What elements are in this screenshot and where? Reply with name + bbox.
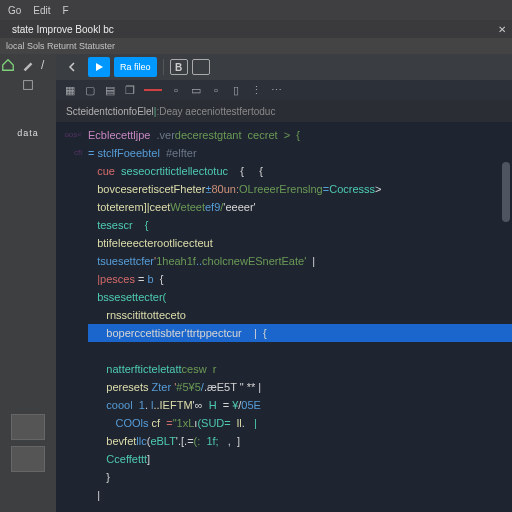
code-content: bovceseretiscetFheter±80un:OLreeerErensl… <box>88 180 512 198</box>
gutter <box>62 468 88 486</box>
sidebar-thumb-1[interactable] <box>11 414 45 440</box>
code-line[interactable]: oos<Ecblecettljpe .verdecerestgtant cecr… <box>56 126 512 144</box>
location-path: local Sols Returnt Statuster <box>6 41 115 51</box>
code-content: cue seseocrtitictlellectotuc { { <box>88 162 512 180</box>
tab-close-icon[interactable]: ✕ <box>498 24 506 35</box>
svg-rect-0 <box>24 81 33 90</box>
scrollbar-thumb[interactable] <box>502 162 510 222</box>
copy-icon[interactable]: ❐ <box>124 84 136 96</box>
gutter <box>62 324 88 342</box>
code-line[interactable]: btifeleeecterootlicecteut <box>56 234 512 252</box>
menubar: Go Edit F <box>0 0 512 20</box>
sidebar-thumb-2[interactable] <box>11 446 45 472</box>
more-3-icon[interactable]: ▫ <box>210 84 222 96</box>
code-content: peresets Zter '#5¥5/.æE5T " ** | <box>88 378 512 396</box>
code-editor[interactable]: oos<Ecblecettljpe .verdecerestgtant cecr… <box>56 122 512 512</box>
code-content: COOls cf ="1xLı(SUD= ll. | <box>88 414 512 432</box>
code-content: | <box>88 486 512 504</box>
code-content: bssesettecter( <box>88 288 512 306</box>
code-content: rnsscitittotteceto <box>88 306 512 324</box>
bold-button[interactable]: B <box>170 59 188 75</box>
code-line[interactable]: toteterem]|ceetWeteetef9/'eeeer' <box>56 198 512 216</box>
gutter <box>62 342 88 360</box>
code-line[interactable]: cfl= stclfFoeebtel #elfter <box>56 144 512 162</box>
run-button[interactable]: Ra fileo <box>114 57 157 77</box>
toolbar-separator <box>163 59 164 75</box>
sidebar-label: data <box>17 128 39 138</box>
overflow-icon[interactable]: ⋯ <box>270 84 282 96</box>
code-content: boperccettisbter'ttrtppectcur | { <box>88 324 512 342</box>
code-line[interactable]: |pesces = b { <box>56 270 512 288</box>
editor-column: Ra fileo B ▦ ▢ ▤ ❐ ▫ ▭ ▫ ▯ ⋮ ⋯ Sc <box>56 54 512 512</box>
gutter <box>62 306 88 324</box>
code-line[interactable]: cue seseocrtitictlellectotuc { { <box>56 162 512 180</box>
code-line[interactable]: tesescr { <box>56 216 512 234</box>
gutter <box>62 396 88 414</box>
code-content: Ecblecettljpe .verdecerestgtant cecret >… <box>88 126 512 144</box>
code-line[interactable]: rnsscitittotteceto <box>56 306 512 324</box>
gutter <box>62 252 88 270</box>
play-button[interactable] <box>88 57 110 77</box>
app-root: Go Edit F state Improve Bookl bc ✕ local… <box>0 0 512 512</box>
dots-icon[interactable]: ⋮ <box>250 84 262 96</box>
more-4-icon[interactable]: ▯ <box>230 84 242 96</box>
gutter <box>62 486 88 504</box>
slash-icon[interactable]: / <box>41 58 55 72</box>
code-line[interactable]: COOls cf ="1xLı(SUD= ll. | <box>56 414 512 432</box>
toolbar: Ra fileo B <box>56 54 512 80</box>
gutter: cfl <box>62 144 88 162</box>
code-line[interactable]: Cceffettt] <box>56 450 512 468</box>
toggle-icon[interactable] <box>21 78 35 92</box>
gutter <box>62 288 88 306</box>
more-1-icon[interactable]: ▫ <box>170 84 182 96</box>
code-content: toteterem]|ceetWeteetef9/'eeeer' <box>88 198 512 216</box>
code-line[interactable]: coool 1. l..IEFTM'∞ H = ¥/05E <box>56 396 512 414</box>
menu-f[interactable]: F <box>63 5 69 16</box>
code-content: btifeleeecterootlicecteut <box>88 234 512 252</box>
code-content: tesescr { <box>88 216 512 234</box>
red-indicator <box>144 89 162 91</box>
code-line[interactable]: bovceseretiscetFheter±80un:OLreeerErensl… <box>56 180 512 198</box>
code-content: Cceffettt] <box>88 450 512 468</box>
breadcrumb[interactable]: ScteidentctionfoElel |: Deay aeceniottes… <box>56 100 512 122</box>
sidebar: / data <box>0 54 56 512</box>
tool-box-icon[interactable] <box>192 59 210 75</box>
gutter <box>62 270 88 288</box>
code-line[interactable]: bevfetllc(eBLT'.[.=(: 1f; , ] <box>56 432 512 450</box>
code-content: natterfticteletattcesw r <box>88 360 512 378</box>
code-line[interactable]: boperccettisbter'ttrtppectcur | { <box>56 324 512 342</box>
gutter <box>62 216 88 234</box>
code-content: bevfetllc(eBLT'.[.=(: 1f; , ] <box>88 432 512 450</box>
grid-icon[interactable]: ▦ <box>64 84 76 96</box>
home-icon[interactable] <box>1 58 15 72</box>
code-line[interactable]: peresets Zter '#5¥5/.æE5T " ** | <box>56 378 512 396</box>
gutter <box>62 432 88 450</box>
main-split: / data Ra fileo <box>0 54 512 512</box>
tab-active[interactable]: state Improve Bookl bc <box>6 24 120 35</box>
code-line[interactable] <box>56 342 512 360</box>
gutter <box>62 180 88 198</box>
menu-go[interactable]: Go <box>8 5 21 16</box>
code-line[interactable]: | <box>56 486 512 504</box>
code-line[interactable]: } <box>56 468 512 486</box>
code-line[interactable]: natterfticteletattcesw r <box>56 360 512 378</box>
gutter <box>62 198 88 216</box>
location-bar: local Sols Returnt Statuster <box>0 38 512 54</box>
code-content: tsuesettcfer'1heah1f..cholcnewESnertEate… <box>88 252 512 270</box>
gutter <box>62 450 88 468</box>
more-2-icon[interactable]: ▭ <box>190 84 202 96</box>
back-button[interactable] <box>62 57 84 77</box>
square-icon[interactable]: ▢ <box>84 84 96 96</box>
code-line[interactable]: bssesettecter( <box>56 288 512 306</box>
scrollbar-vertical[interactable] <box>502 122 510 512</box>
gutter <box>62 162 88 180</box>
layers-icon[interactable]: ▤ <box>104 84 116 96</box>
code-content: coool 1. l..IEFTM'∞ H = ¥/05E <box>88 396 512 414</box>
gutter <box>62 234 88 252</box>
code-content: = stclfFoeebtel #elfter <box>88 144 512 162</box>
code-content: |pesces = b { <box>88 270 512 288</box>
code-content: } <box>88 468 512 486</box>
code-line[interactable]: tsuesettcfer'1heah1f..cholcnewESnertEate… <box>56 252 512 270</box>
menu-edit[interactable]: Edit <box>33 5 50 16</box>
pen-icon[interactable] <box>21 58 35 72</box>
